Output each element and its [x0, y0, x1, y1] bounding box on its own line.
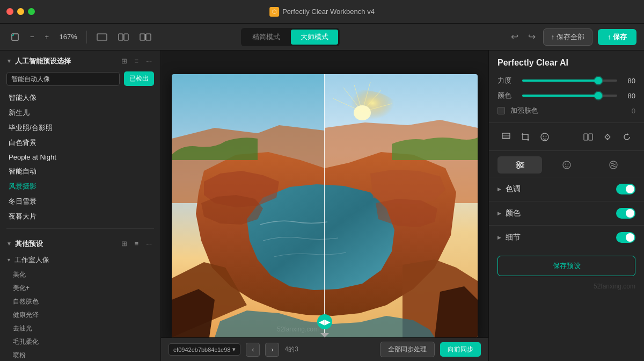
sync-forward-button[interactable]: 向前同步	[440, 342, 481, 357]
face-button[interactable]	[536, 129, 553, 146]
view-split-button[interactable]	[115, 31, 132, 43]
tone-section: ▶ 色调	[489, 177, 644, 201]
layers-button[interactable]	[497, 129, 515, 146]
list-item[interactable]: 喷粉	[11, 349, 154, 361]
redo-button[interactable]: ↪	[526, 29, 538, 45]
view-compare-button[interactable]	[136, 31, 155, 43]
close-button[interactable]	[6, 8, 13, 15]
svg-point-31	[517, 166, 519, 169]
panel-title: Perfectly Clear AI	[489, 50, 644, 73]
tab-face[interactable]	[544, 156, 589, 174]
svg-point-20	[541, 133, 548, 141]
detail-section: ▶ 细节	[489, 225, 644, 249]
list-item[interactable]: 毕业照/合影照	[6, 120, 154, 135]
titlebar: ⬡ Perfectly Clear Workbench v4	[0, 0, 644, 24]
file-selector[interactable]: ef0942eb7bb84c1e98 ▾	[169, 343, 240, 356]
list-item[interactable]: 白色背景	[6, 135, 154, 150]
prev-image-button[interactable]: ‹	[246, 343, 260, 357]
list-view2-button[interactable]: ≡	[133, 239, 141, 249]
strength-slider-row: 力度 80	[489, 73, 644, 88]
save-button[interactable]: ↑ 保存	[598, 29, 636, 45]
list-view-button[interactable]: ≡	[133, 56, 141, 66]
undo-button[interactable]: ↩	[509, 29, 521, 45]
list-item[interactable]: 冬日雪景	[6, 194, 154, 209]
left-sidebar: ▼ 人工智能预设选择 ⊞ ≡ ··· 智能自动人像 已检出 智能人像 新生儿 毕…	[0, 50, 161, 361]
save-preset-button[interactable]: 保存预设	[497, 256, 635, 276]
tone-toggle[interactable]	[616, 184, 635, 194]
zoom-level: 167%	[56, 33, 80, 41]
toolbar-right: ↩ ↪ ↑ 保存全部 ↑ 保存	[509, 28, 636, 46]
preset-selector-row: 智能自动人像 已检出	[0, 69, 160, 90]
list-item[interactable]: 毛孔柔化	[11, 335, 154, 349]
zoom-out-button[interactable]: −	[27, 31, 38, 43]
list-item[interactable]: 智能自动	[6, 164, 154, 179]
maximize-button[interactable]	[28, 8, 35, 15]
svg-rect-2	[119, 34, 123, 40]
other-presets-section-header: ▼ 其他预设 ⊞ ≡ ···	[0, 233, 160, 252]
list-item[interactable]: 去油光	[11, 322, 154, 335]
list-item[interactable]: 美化	[11, 268, 154, 281]
section-icons: ⊞ ≡ ···	[119, 56, 154, 66]
next-image-button[interactable]: ›	[265, 343, 279, 357]
flip-button[interactable]	[599, 129, 616, 146]
section2-arrow-icon: ▼	[6, 241, 12, 247]
preset-dropdown[interactable]: 智能自动人像	[6, 72, 120, 86]
svg-rect-3	[124, 34, 128, 40]
crop-tool-button[interactable]	[8, 31, 23, 44]
more-options2-button[interactable]: ···	[144, 239, 154, 249]
strength-thumb[interactable]	[595, 77, 602, 84]
detail-toggle[interactable]	[616, 232, 635, 243]
color-section-title: 颜色	[506, 208, 612, 218]
skin-enhance-label: 加强肤色	[510, 106, 626, 115]
view-single-button[interactable]	[93, 31, 111, 43]
grid-view2-button[interactable]: ⊞	[119, 239, 129, 249]
list-item[interactable]: 夜暮大片	[6, 209, 154, 224]
detail-section-header[interactable]: ▶ 细节	[489, 226, 644, 249]
tab-skin[interactable]	[591, 156, 635, 174]
list-item[interactable]: 美化+	[11, 281, 154, 295]
color-toggle[interactable]	[616, 208, 635, 219]
list-item-landscape[interactable]: 风景摄影	[6, 179, 154, 194]
svg-rect-23	[584, 134, 588, 140]
right-panel: Perfectly Clear AI 力度 80 颜色 80 加强肤色 0	[488, 50, 644, 361]
grid-view-button[interactable]: ⊞	[119, 56, 129, 66]
master-mode-button[interactable]: 大师模式	[291, 30, 338, 45]
other-presets-title: 其他预设	[15, 239, 43, 249]
svg-rect-4	[140, 34, 145, 40]
dropdown-arrow-icon: ▾	[232, 346, 236, 353]
checked-badge-button[interactable]: 已检出	[124, 71, 154, 86]
split-handle[interactable]: ◀▶	[317, 314, 332, 329]
simple-mode-button[interactable]: 精简模式	[243, 30, 290, 45]
list-item[interactable]: 健康光泽	[11, 308, 154, 322]
color-section-header[interactable]: ▶ 颜色	[489, 201, 644, 225]
tab-adjustments[interactable]	[497, 156, 542, 174]
minimize-button[interactable]	[17, 8, 24, 15]
strength-slider[interactable]	[522, 80, 617, 82]
color-slider[interactable]	[522, 95, 617, 97]
list-item-people-at-night[interactable]: People at Night	[6, 150, 154, 164]
svg-rect-24	[589, 134, 592, 140]
more-options-button[interactable]: ···	[144, 56, 154, 66]
save-all-button[interactable]: ↑ 保存全部	[543, 28, 592, 46]
sync-all-button[interactable]: 全部同步处理	[380, 342, 435, 357]
split-line	[324, 74, 325, 337]
tone-section-header[interactable]: ▶ 色调	[489, 177, 644, 201]
studio-portrait-header[interactable]: ▼ 工作室人像	[0, 252, 160, 268]
list-item[interactable]: 智能人像	[6, 90, 154, 105]
refresh-button[interactable]	[618, 129, 635, 146]
list-item[interactable]: 自然肤色	[11, 295, 154, 308]
strength-label: 力度	[497, 76, 517, 85]
studio-portrait-label: 工作室人像	[14, 255, 49, 265]
section-arrow-icon: ▼	[6, 58, 12, 64]
divider1	[86, 31, 87, 44]
detail-title: 细节	[506, 233, 612, 242]
color-thumb[interactable]	[595, 92, 602, 99]
app-title-text: Perfectly Clear Workbench v4	[282, 8, 375, 16]
color-arrow-icon: ▶	[497, 211, 501, 216]
skin-enhance-checkbox[interactable]	[497, 107, 505, 114]
compare-button[interactable]	[580, 129, 597, 146]
crop-button[interactable]	[517, 129, 534, 146]
list-item[interactable]: 新生儿	[6, 105, 154, 120]
image-canvas[interactable]: ◀▶	[172, 74, 478, 337]
zoom-in-button[interactable]: +	[42, 31, 53, 43]
